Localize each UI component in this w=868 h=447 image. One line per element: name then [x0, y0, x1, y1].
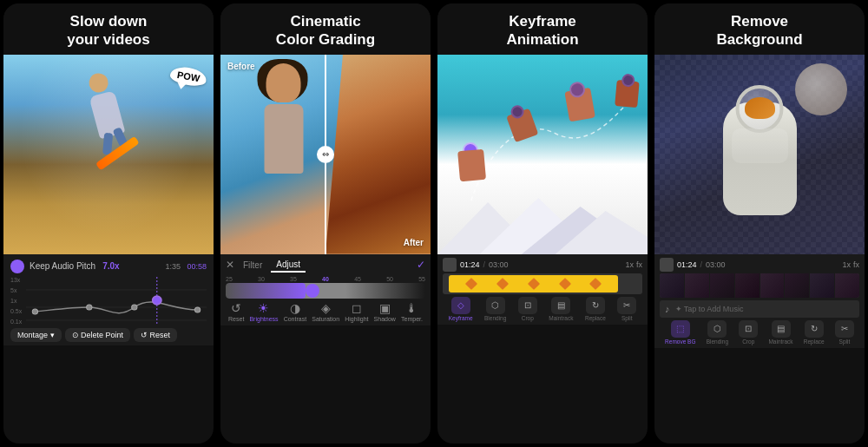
total-time3: 03:00: [489, 260, 509, 269]
panel-color-grading: CinematicColor Grading ⇔ Before After ✕ …: [220, 3, 431, 444]
panel3-title: KeyframeAnimation: [437, 3, 648, 55]
tool-blending4[interactable]: ⬡ Blending: [707, 320, 728, 345]
tool-blending[interactable]: ⬡ Blending: [484, 297, 506, 321]
svg-point-5: [194, 307, 200, 312]
tool-maintrack4[interactable]: ▤ Maintrack: [768, 320, 792, 345]
svg-point-7: [153, 296, 161, 305]
panel-slow-down: Slow downyour videos POW Keep Audio Pitc…: [3, 3, 214, 444]
bottom-tools3: ◇ Keyframe ⬡ Blending ⊡ Crop ▤ Maintrack…: [443, 297, 642, 321]
panel1-controls: Keep Audio Pitch 7.0x 1:35 00:58 13x 5x …: [3, 254, 214, 345]
curve-labels: 13x 5x 1x 0.5x 0.1x: [10, 277, 22, 325]
tool-crop4[interactable]: ⊡ Crop: [739, 320, 758, 345]
slider-track[interactable]: [226, 283, 425, 299]
before-label: Before: [227, 62, 255, 71]
montage-button[interactable]: Montage ▾: [10, 328, 62, 342]
tool-maintrack[interactable]: ▤ Maintrack: [549, 297, 573, 321]
curve-svg: [26, 277, 207, 325]
time-row4: 01:24 / 03:00 1x fx: [660, 258, 859, 272]
tool-remove-bg[interactable]: ⬚ Remove BG: [665, 320, 695, 345]
total-time4: 03:00: [706, 260, 726, 269]
panel4-controls: 01:24 / 03:00 1x fx ♪ ✦ Tap to Add Music…: [654, 254, 865, 348]
tab-filter[interactable]: Filter: [238, 259, 267, 272]
tool-replace4[interactable]: ↻ Replace: [804, 320, 825, 345]
panel2-image: ⇔ Before After: [220, 55, 431, 254]
brightness-slider[interactable]: 25 30 35 40 45 50 55: [226, 276, 425, 299]
skater-body: [89, 90, 125, 139]
skater-head: [87, 71, 110, 95]
panel-keyframe: KeyframeAnimation: [437, 3, 648, 444]
skater-pos4: [609, 79, 642, 116]
kf-diamond[interactable]: [589, 277, 602, 289]
svg-point-6: [32, 309, 37, 314]
svg-point-3: [87, 305, 92, 310]
close-icon[interactable]: ✕: [226, 259, 234, 271]
skater: [62, 64, 155, 174]
contrast-icon-tool[interactable]: ◑ Contrast: [284, 301, 306, 322]
svg-point-4: [132, 305, 137, 310]
panel1-buttons: Montage ▾ ⊙ Delete Point ↺ Reset: [10, 328, 207, 342]
brightness-icon-tool[interactable]: ☀ Brightness: [249, 301, 278, 322]
kf-diamond[interactable]: [558, 277, 570, 289]
panel2-controls: ✕ Filter Adjust ✓ 25 30 35 40 45 50 55 ↺: [220, 254, 431, 325]
time-row3: 01:24 / 03:00 1x fx: [443, 258, 642, 272]
current-time3: 01:24: [460, 260, 480, 269]
tool-crop[interactable]: ⊡ Crop: [518, 297, 537, 321]
panel3-controls: 01:24 / 03:00 1x fx ◇ Keyframe: [437, 254, 648, 325]
panel4-image: [654, 55, 865, 254]
bottom-tools4: ⬚ Remove BG ⬡ Blending ⊡ Crop ▤ Maintrac…: [660, 320, 859, 345]
reset-icon-tool[interactable]: ↺ Reset: [228, 301, 244, 322]
slider-thumb[interactable]: [306, 284, 319, 298]
thumbnail-strip: [660, 273, 859, 298]
panel4-title: RemoveBackground: [654, 3, 865, 55]
kf-diamond[interactable]: [496, 277, 509, 289]
music-bar[interactable]: ♪ ✦ Tap to Add Music: [660, 300, 859, 318]
highlight-icon-tool[interactable]: ◻ Highlight: [345, 301, 368, 322]
temperature-icon-tool[interactable]: 🌡 Temper.: [401, 301, 423, 322]
panel1-title: Slow downyour videos: [3, 3, 214, 55]
edit-icons-row: ↺ Reset ☀ Brightness ◑ Contrast ◈ Satura…: [226, 301, 425, 322]
clip-icon4: [660, 258, 674, 272]
kf-diamond[interactable]: [465, 277, 477, 289]
panel2-title: CinematicColor Grading: [220, 3, 431, 55]
reset-button[interactable]: ↺ Reset: [134, 328, 177, 342]
after-half: [326, 55, 431, 254]
pow-bubble: POW: [168, 64, 207, 88]
keep-audio-label: Keep Audio Pitch: [30, 261, 95, 271]
tool-keyframe[interactable]: ◇ Keyframe: [449, 297, 473, 321]
time-display: 1:35 00:58: [165, 262, 207, 271]
tool-replace[interactable]: ↻ Replace: [585, 297, 606, 321]
music-text: ✦ Tap to Add Music: [675, 305, 744, 313]
tab-adjust[interactable]: Adjust: [271, 258, 306, 273]
tool-split4[interactable]: ✂ Split: [835, 320, 854, 345]
shadow-icon-tool[interactable]: ▣ Shadow: [374, 301, 396, 322]
slider-fill: [226, 283, 306, 299]
slider-labels: 25 30 35 40 45 50 55: [226, 276, 425, 282]
speed-indicator: [10, 260, 24, 273]
panel3-image: [437, 55, 648, 254]
saturation-icon-tool[interactable]: ◈ Saturation: [312, 301, 339, 322]
skater-pos3: [560, 86, 601, 130]
astronaut: [667, 72, 852, 246]
timeline-bar3[interactable]: [443, 273, 642, 294]
delete-point-button[interactable]: ⊙ Delete Point: [65, 328, 131, 342]
panel1-image: POW: [3, 55, 214, 254]
kf-diamond[interactable]: [528, 277, 540, 289]
tool-split[interactable]: ✂ Split: [617, 297, 636, 321]
confirm-icon[interactable]: ✓: [417, 259, 425, 271]
after-label: After: [404, 238, 424, 247]
speed-curve[interactable]: 13x 5x 1x 0.5x 0.1x: [10, 277, 207, 325]
compare-handle[interactable]: ⇔: [317, 146, 334, 163]
woman-figure: [264, 63, 303, 174]
filter-tabs: ✕ Filter Adjust ✓: [226, 258, 425, 273]
current-time4: 01:24: [677, 260, 697, 269]
panel-remove-bg: RemoveBackground 01:24 / 03:00 1x fx: [654, 3, 865, 444]
music-note-icon: ♪: [665, 304, 670, 314]
speed-value: 7.0x: [102, 261, 119, 271]
skater-pos1: [453, 148, 491, 190]
clip-icon: [443, 258, 457, 272]
